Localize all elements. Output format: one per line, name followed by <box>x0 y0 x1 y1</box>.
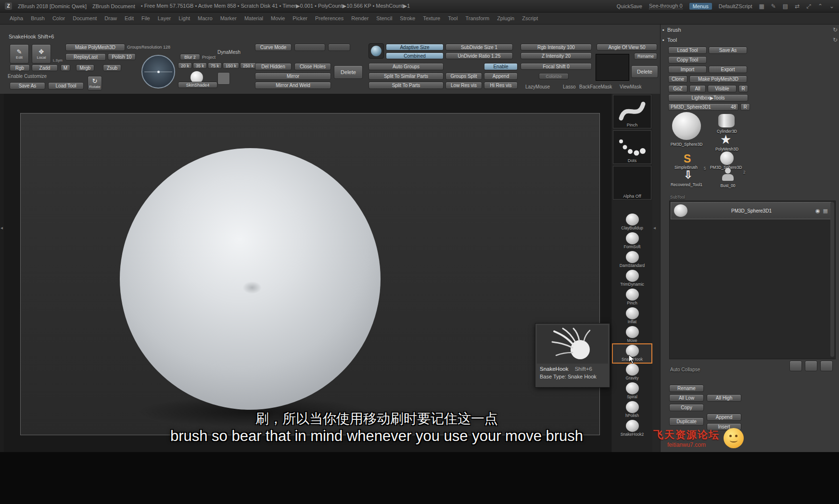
polycount-button[interactable]: 35 k <box>193 63 207 69</box>
right-palette-scroll-arrow[interactable]: ◂ <box>653 225 656 230</box>
menu-item[interactable]: Light <box>175 14 194 23</box>
stroke-preview[interactable] <box>596 54 629 81</box>
rgb-intensity-slider[interactable]: Rgb Intensity 100 <box>521 44 592 50</box>
mirror-and-weld-button[interactable]: Mirror And Weld <box>255 82 331 89</box>
panel-make-polymesh3d-button[interactable]: Make PolyMesh3D <box>689 76 747 83</box>
subtool-duplicate-button[interactable]: Duplicate <box>669 417 704 426</box>
menu-item[interactable]: Layer <box>154 14 175 23</box>
menu-item[interactable]: Movie <box>267 14 289 23</box>
default-zscript-button[interactable]: DefaultZScript <box>719 3 752 9</box>
replay-last-button[interactable]: ReplayLast <box>65 53 106 61</box>
brush-item[interactable]: DamStandard <box>613 251 651 269</box>
mrgb-button[interactable]: Mrgb <box>76 64 94 71</box>
see-through-slider[interactable]: See-through 0 <box>649 3 683 9</box>
brush-item[interactable]: Inflat <box>613 307 651 325</box>
load-tool-button[interactable]: Load Tool <box>48 82 84 89</box>
panel-save-as-button[interactable]: Save As <box>709 47 747 54</box>
subtool-header[interactable]: SubTool <box>670 195 685 200</box>
resolution-slider[interactable]: Resolution 128 <box>141 45 170 50</box>
brush-palette-header[interactable]: ▪ Brush ↻ <box>662 25 838 34</box>
edit-button[interactable]: ✎ Edit <box>10 44 29 63</box>
goz-button[interactable]: GoZ <box>668 85 687 92</box>
all-high-button[interactable]: All High <box>707 394 741 402</box>
menu-item[interactable]: Marker <box>216 14 241 23</box>
menu-item[interactable]: Alpha <box>6 14 27 23</box>
tool-thumb-simplebrush[interactable]: S <box>684 152 691 165</box>
rotate-button[interactable]: ↻ Rotate <box>88 76 102 90</box>
subdivide-size-slider[interactable]: SubDivide Size 1 <box>445 44 513 50</box>
menu-item[interactable]: Macro <box>194 14 216 23</box>
menu-item[interactable]: Document <box>69 14 101 23</box>
enable-toggle[interactable]: Enable <box>484 63 518 70</box>
lightbox-tools-button[interactable]: Lightbox▶Tools <box>668 94 748 101</box>
all-low-button[interactable]: All Low <box>669 394 704 402</box>
blur-slider[interactable]: Blur 2 <box>180 54 200 60</box>
panel-load-tool-button[interactable]: Load Tool <box>668 47 707 54</box>
menu-item[interactable]: Stencil <box>372 14 396 23</box>
pen-icon[interactable]: ✎ <box>771 3 776 10</box>
scroll-up-icon[interactable]: ⌃ <box>818 3 823 10</box>
menu-item[interactable]: Edit <box>121 14 138 23</box>
low-res-vis-button[interactable]: Low Res vis <box>445 82 482 89</box>
polish-slider[interactable]: Polish 10 <box>108 53 136 60</box>
brush-item[interactable]: SnakeHook2 <box>613 419 651 438</box>
menu-item[interactable]: Draw <box>101 14 121 23</box>
clone-button[interactable]: Clone <box>668 76 687 83</box>
menu-item[interactable]: Brush <box>27 14 49 23</box>
menu-item[interactable]: Preferences <box>311 14 347 23</box>
brush-item[interactable]: TrimDynamic <box>613 269 651 288</box>
tool-thumb-pm3d-sphere-large[interactable] <box>672 112 701 140</box>
rgb-button[interactable]: Rgb <box>10 64 30 71</box>
tool-thumb-polymesh3d-star[interactable]: ★ <box>720 132 731 147</box>
menu-item[interactable]: Color <box>49 14 69 23</box>
document-area[interactable] <box>20 113 600 435</box>
paint-icon[interactable]: ▦ <box>823 208 828 214</box>
brush-thumbnail-pinch[interactable]: Pinch <box>613 95 651 128</box>
polycount-button[interactable]: 250 k <box>240 63 256 69</box>
menu-item[interactable]: Transform <box>461 14 493 23</box>
menu-item[interactable]: Zplugin <box>493 14 518 23</box>
tool-thumb-pm3d-sphere-small[interactable] <box>720 151 734 165</box>
undivide-ratio-slider[interactable]: UnDivide Ratio 1.25 <box>445 52 513 59</box>
subtool-nav-button-1[interactable] <box>789 361 802 371</box>
palette-icon[interactable]: ▤ <box>783 3 788 10</box>
grid-icon[interactable]: ▦ <box>759 3 764 10</box>
lsym-button[interactable]: L.Sym <box>53 59 63 62</box>
tool-thumb-recovered-tool[interactable]: ⇩ <box>684 169 692 181</box>
lasso-button[interactable]: Lasso <box>563 84 576 89</box>
brush-item[interactable]: FormSoft <box>613 232 651 250</box>
swap-icon[interactable]: ⇄ <box>795 3 800 10</box>
subtool-item[interactable]: PM3D_Sphere3D1 ◉ ▦ <box>671 202 831 219</box>
menu-item[interactable]: Render <box>347 14 372 23</box>
tool-thumb-cylinder3d[interactable] <box>718 114 735 127</box>
brush-item[interactable]: Pinch <box>613 288 651 306</box>
combined-toggle[interactable]: Combined <box>386 52 444 59</box>
sculpt-sphere-mesh[interactable] <box>120 148 381 410</box>
close-holes-button[interactable]: Close Holes <box>294 63 331 70</box>
append-button[interactable]: Append <box>484 73 518 80</box>
polycount-button[interactable]: 20 k <box>178 63 192 69</box>
brush-item[interactable]: hPolish <box>613 401 651 419</box>
m-button[interactable]: M <box>61 64 70 71</box>
goz-visible-button[interactable]: Visible <box>708 85 737 92</box>
delete-button-shelf[interactable]: Delete <box>631 65 658 78</box>
split-to-similar-parts-button[interactable]: Split To Similar Parts <box>369 73 444 80</box>
copy-tool-button[interactable]: Copy Tool <box>668 56 707 63</box>
active-tool-button[interactable]: PM3D_Sphere3D1 48 <box>668 103 738 111</box>
scroll-down-icon[interactable]: ⌄ <box>829 3 834 10</box>
project-button[interactable]: Project <box>202 55 216 60</box>
export-button[interactable]: Export <box>709 66 747 73</box>
menu-item[interactable]: Tool <box>444 14 461 23</box>
menu-item[interactable]: Zscript <box>518 14 542 23</box>
material-selector-button[interactable]: SkinShade4 <box>178 82 217 88</box>
save-as-button[interactable]: Save As <box>10 82 45 89</box>
tool-r-button[interactable]: R <box>740 103 750 111</box>
polycount-button[interactable]: 150 k <box>223 63 239 69</box>
brush-item[interactable]: Gravity <box>613 363 651 381</box>
subtool-rename-button[interactable]: Rename <box>669 385 704 392</box>
stroke-thumbnail-dots[interactable]: Dots <box>613 130 651 164</box>
make-polymesh3d-button[interactable]: Make PolyMesh3D <box>65 44 125 51</box>
quicksave-button[interactable]: QuickSave <box>617 3 642 9</box>
dynamesh-sphere-icon[interactable] <box>369 43 384 59</box>
focal-shift-slider[interactable]: Focal Shift 0 <box>521 63 592 70</box>
